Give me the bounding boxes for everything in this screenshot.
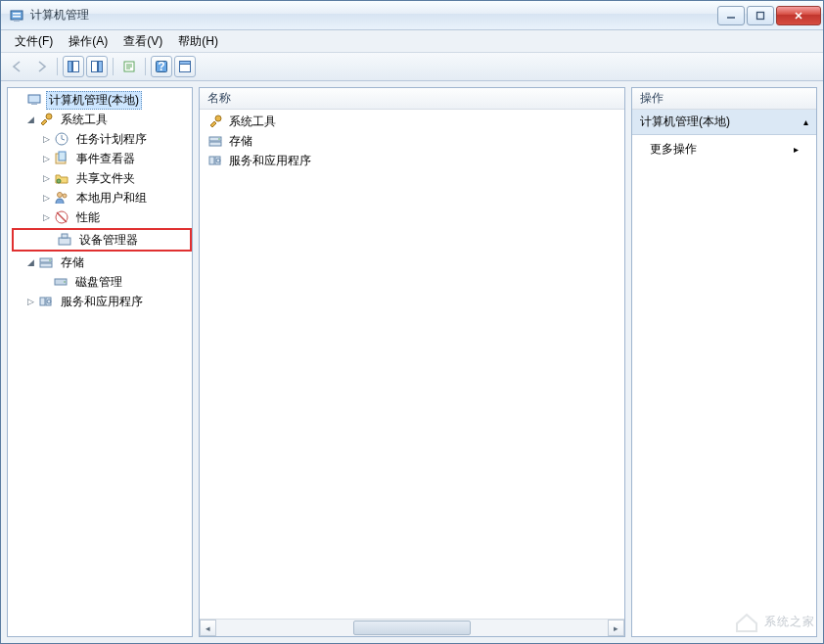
expander-expand-icon[interactable]: ▷ bbox=[39, 132, 53, 146]
properties-button[interactable] bbox=[118, 56, 140, 77]
toolbar-separator bbox=[57, 58, 58, 75]
svg-point-30 bbox=[63, 194, 67, 198]
list-item-label: 存储 bbox=[229, 133, 252, 150]
tree-label: 存储 bbox=[58, 254, 87, 271]
menu-help[interactable]: 帮助(H) bbox=[170, 31, 226, 52]
svg-rect-8 bbox=[69, 62, 72, 72]
svg-rect-19 bbox=[180, 62, 191, 65]
expander-expand-icon[interactable]: ▷ bbox=[39, 152, 53, 165]
show-hide-tree-button[interactable] bbox=[63, 56, 84, 77]
svg-rect-33 bbox=[59, 238, 70, 245]
svg-rect-20 bbox=[28, 95, 40, 103]
svg-rect-9 bbox=[73, 62, 79, 72]
app-window: 计算机管理 文件(F) 操作(A) 查看(V) 帮助(H) ? bbox=[0, 0, 824, 644]
svg-point-37 bbox=[49, 259, 51, 261]
actions-header: 操作 bbox=[632, 88, 816, 110]
refresh-button[interactable] bbox=[174, 56, 196, 77]
tree-system-tools[interactable]: ◢ 系统工具 bbox=[10, 110, 190, 129]
svg-rect-1 bbox=[13, 13, 21, 15]
tree: 计算机管理(本地) ◢ 系统工具 ▷ 任务计划程序 ▷ 事件查看器 bbox=[8, 88, 192, 636]
action-section-title: 计算机管理(本地) bbox=[640, 114, 730, 130]
menu-file[interactable]: 文件(F) bbox=[7, 31, 61, 52]
svg-point-28 bbox=[57, 179, 61, 183]
window-controls bbox=[717, 6, 821, 25]
expander-expand-icon[interactable]: ▷ bbox=[39, 210, 53, 224]
close-button[interactable] bbox=[776, 6, 821, 25]
shared-folder-icon bbox=[54, 170, 69, 186]
svg-rect-34 bbox=[62, 234, 68, 238]
list-item-system-tools[interactable]: 系统工具 bbox=[204, 112, 620, 131]
svg-rect-5 bbox=[757, 12, 764, 19]
svg-rect-10 bbox=[92, 62, 98, 72]
nav-forward-button bbox=[30, 56, 52, 77]
tree-event-viewer[interactable]: ▷ 事件查看器 bbox=[10, 149, 190, 168]
maximize-button[interactable] bbox=[747, 6, 774, 25]
tree-label: 事件查看器 bbox=[73, 151, 138, 167]
app-icon bbox=[9, 8, 24, 23]
svg-rect-27 bbox=[59, 152, 66, 161]
tree-label: 磁盘管理 bbox=[72, 274, 125, 291]
device-manager-icon bbox=[57, 232, 72, 248]
expander-expand-icon[interactable]: ▷ bbox=[39, 191, 53, 205]
svg-rect-36 bbox=[40, 263, 52, 267]
list-body: 系统工具 存储 服务和应用程序 bbox=[200, 110, 624, 619]
list-item-label: 系统工具 bbox=[229, 114, 276, 130]
expander-icon[interactable] bbox=[12, 93, 25, 107]
tree-disk-management[interactable]: 磁盘管理 bbox=[10, 272, 190, 292]
svg-rect-40 bbox=[40, 298, 45, 305]
tree-shared-folders[interactable]: ▷ 共享文件夹 bbox=[10, 168, 190, 188]
tree-task-scheduler[interactable]: ▷ 任务计划程序 bbox=[10, 129, 190, 149]
svg-rect-2 bbox=[13, 16, 21, 18]
help-button[interactable]: ? bbox=[151, 56, 172, 77]
expander-expand-icon[interactable]: ▷ bbox=[23, 295, 37, 308]
tree-label: 服务和应用程序 bbox=[58, 294, 146, 310]
tree-storage[interactable]: ◢ 存储 bbox=[10, 253, 190, 272]
tree-label: 性能 bbox=[73, 209, 103, 226]
tree-label: 设备管理器 bbox=[76, 232, 141, 249]
services-icon bbox=[38, 294, 54, 309]
collapse-icon: ▴ bbox=[803, 116, 808, 127]
event-icon bbox=[54, 151, 69, 166]
services-icon bbox=[207, 153, 223, 168]
horizontal-scrollbar[interactable]: ◂ ▸ bbox=[200, 619, 624, 636]
list-item-storage[interactable]: 存储 bbox=[204, 131, 620, 151]
tree-local-users[interactable]: ▷ 本地用户和组 bbox=[10, 188, 190, 207]
svg-point-22 bbox=[46, 114, 52, 119]
computer-icon bbox=[26, 92, 42, 108]
actions-header-label: 操作 bbox=[640, 90, 664, 107]
expander-collapse-icon[interactable]: ◢ bbox=[23, 255, 37, 269]
chevron-right-icon: ▸ bbox=[794, 144, 799, 155]
actions-pane: 操作 计算机管理(本地) ▴ 更多操作 ▸ bbox=[631, 87, 817, 637]
show-hide-actions-button[interactable] bbox=[86, 56, 108, 77]
scroll-thumb[interactable] bbox=[353, 621, 471, 635]
tree-device-manager[interactable]: 设备管理器 bbox=[12, 228, 192, 252]
toolbar-separator bbox=[113, 58, 114, 75]
list-header[interactable]: 名称 bbox=[200, 88, 624, 110]
expander-expand-icon[interactable]: ▷ bbox=[39, 171, 53, 185]
svg-point-39 bbox=[64, 281, 66, 283]
tree-services-apps[interactable]: ▷ 服务和应用程序 bbox=[10, 292, 190, 311]
tree-root[interactable]: 计算机管理(本地) bbox=[10, 90, 190, 110]
menu-view[interactable]: 查看(V) bbox=[115, 31, 170, 52]
more-actions-item[interactable]: 更多操作 ▸ bbox=[632, 135, 816, 163]
tree-pane: 计算机管理(本地) ◢ 系统工具 ▷ 任务计划程序 ▷ 事件查看器 bbox=[7, 87, 193, 637]
list-item-label: 服务和应用程序 bbox=[229, 153, 311, 169]
expander-collapse-icon[interactable]: ◢ bbox=[23, 113, 37, 126]
window-title: 计算机管理 bbox=[30, 7, 717, 23]
svg-point-43 bbox=[215, 115, 221, 121]
svg-text:?: ? bbox=[158, 60, 164, 73]
scroll-left-button[interactable]: ◂ bbox=[200, 620, 216, 636]
action-section[interactable]: 计算机管理(本地) ▴ bbox=[632, 110, 816, 135]
menu-action[interactable]: 操作(A) bbox=[61, 31, 115, 52]
scroll-right-button[interactable]: ▸ bbox=[608, 620, 624, 636]
svg-point-29 bbox=[58, 193, 63, 198]
list-item-services-apps[interactable]: 服务和应用程序 bbox=[204, 151, 620, 170]
minimize-button[interactable] bbox=[717, 6, 745, 25]
scroll-track[interactable] bbox=[216, 620, 608, 636]
tree-label: 本地用户和组 bbox=[73, 190, 150, 207]
nav-back-button bbox=[7, 56, 28, 77]
tree-performance[interactable]: ▷ 性能 bbox=[10, 207, 190, 227]
tools-icon bbox=[38, 112, 54, 127]
toolbar: ? bbox=[1, 52, 823, 81]
performance-icon bbox=[54, 209, 69, 225]
